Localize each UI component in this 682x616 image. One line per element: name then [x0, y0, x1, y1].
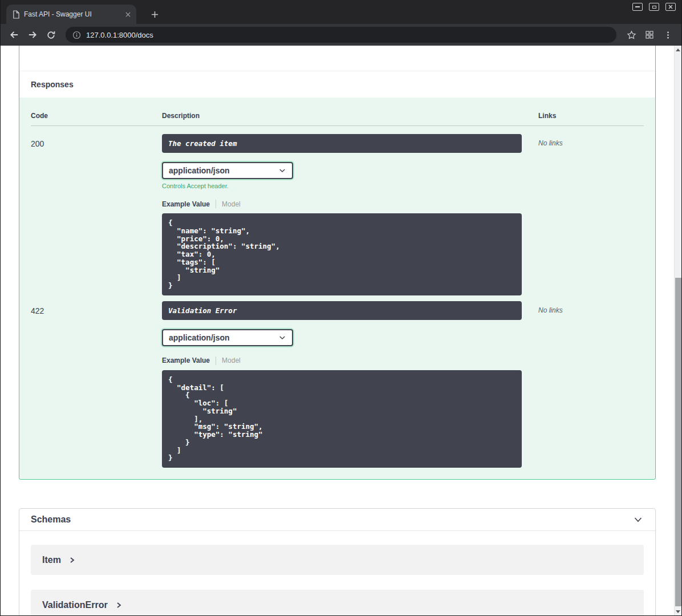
media-type-value: application/json	[169, 333, 230, 342]
browser-tab[interactable]: Fast API - Swagger UI	[6, 5, 136, 24]
example-model-tabs: Example Value Model	[162, 356, 538, 365]
endpoint-opblock: Responses Code Description Links 200 The…	[19, 46, 656, 480]
tab-close-icon[interactable]	[125, 12, 131, 17]
close-icon	[668, 5, 673, 9]
response-description: Validation Error	[162, 301, 522, 320]
response-links: No links	[538, 301, 644, 468]
page-content: Responses Code Description Links 200 The…	[1, 46, 681, 615]
model-validationerror[interactable]: ValidationError	[31, 590, 644, 615]
forward-arrow-icon	[27, 30, 38, 40]
tab-model[interactable]: Model	[222, 200, 241, 208]
page-favicon-icon	[12, 10, 19, 19]
forward-button[interactable]	[25, 27, 40, 43]
arrow-up-icon	[676, 48, 680, 51]
site-info-icon[interactable]	[72, 31, 81, 39]
column-header-links: Links	[538, 112, 644, 120]
media-type-select[interactable]: application/json	[162, 162, 293, 179]
response-links: No links	[538, 134, 644, 295]
reload-button[interactable]	[43, 27, 59, 43]
model-name: Item	[42, 555, 61, 565]
apps-grid-button[interactable]	[642, 27, 657, 43]
address-bar[interactable]: 127.0.0.1:8000/docs	[66, 27, 616, 43]
model-name: ValidationError	[42, 600, 108, 610]
response-row-200: 200 The created item application/json Co…	[31, 126, 644, 295]
back-arrow-icon	[9, 30, 19, 40]
chevron-right-icon	[68, 557, 75, 564]
scrollbar-thumb[interactable]	[675, 278, 681, 606]
scroll-up-button[interactable]	[675, 46, 681, 54]
media-type-select[interactable]: application/json	[162, 329, 293, 346]
tab-model[interactable]: Model	[222, 356, 241, 364]
minimize-icon	[635, 6, 640, 7]
star-icon	[627, 30, 636, 40]
arrow-down-icon	[676, 610, 680, 613]
tab-example-value[interactable]: Example Value	[162, 200, 210, 208]
chevron-right-icon	[115, 602, 122, 609]
chevron-down-icon	[278, 167, 286, 175]
responses-section: Code Description Links 200 The created i…	[19, 98, 655, 479]
responses-table-header: Code Description Links	[31, 112, 644, 126]
model-item[interactable]: Item	[31, 545, 644, 575]
response-row-422: 422 Validation Error application/json Ex…	[31, 295, 644, 468]
tab-title: Fast API - Swagger UI	[24, 10, 121, 18]
accept-header-note: Controls Accept header.	[162, 183, 538, 189]
chevron-down-icon[interactable]	[632, 514, 644, 525]
example-model-tabs: Example Value Model	[162, 200, 538, 208]
new-tab-button[interactable]	[148, 7, 161, 21]
tab-divider	[216, 356, 216, 365]
minimize-button[interactable]	[632, 3, 643, 11]
close-button[interactable]	[665, 3, 676, 11]
tab-example-value[interactable]: Example Value	[162, 356, 210, 364]
schemas-section: Schemas Item ValidationError	[19, 508, 656, 615]
opblock-top-strip	[19, 46, 655, 71]
apps-grid-icon	[645, 30, 654, 39]
maximize-button[interactable]	[649, 3, 659, 11]
responses-section-title: Responses	[19, 71, 655, 98]
vertical-scrollbar[interactable]	[674, 46, 681, 615]
media-type-value: application/json	[169, 166, 230, 175]
example-json-block: { "name": "string", "price": 0, "descrip…	[162, 213, 522, 295]
kebab-menu-icon	[664, 31, 672, 39]
schemas-body: Item ValidationError	[19, 531, 655, 615]
response-code: 200	[31, 134, 162, 295]
response-code: 422	[31, 301, 162, 468]
chevron-down-icon	[278, 334, 286, 342]
browser-menu-button[interactable]	[660, 27, 676, 43]
response-description: The created item	[162, 134, 522, 153]
back-button[interactable]	[6, 27, 22, 43]
scroll-down-button[interactable]	[675, 607, 681, 615]
bookmark-star-button[interactable]	[623, 27, 639, 43]
url-text: 127.0.0.1:8000/docs	[86, 31, 153, 39]
maximize-icon	[652, 6, 656, 9]
tab-divider	[216, 200, 216, 208]
reload-icon	[46, 30, 56, 40]
titlebar: Fast API - Swagger UI	[1, 0, 681, 24]
browser-window: Fast API - Swagger UI	[0, 0, 682, 616]
column-header-code: Code	[31, 112, 162, 120]
schemas-header[interactable]: Schemas	[19, 509, 655, 531]
schemas-title: Schemas	[31, 514, 71, 525]
example-json-block: { "detail": [ { "loc": [ "string" ], "ms…	[162, 370, 522, 468]
column-header-description: Description	[162, 112, 538, 120]
window-controls	[632, 3, 676, 11]
navigation-toolbar: 127.0.0.1:8000/docs	[1, 24, 681, 46]
